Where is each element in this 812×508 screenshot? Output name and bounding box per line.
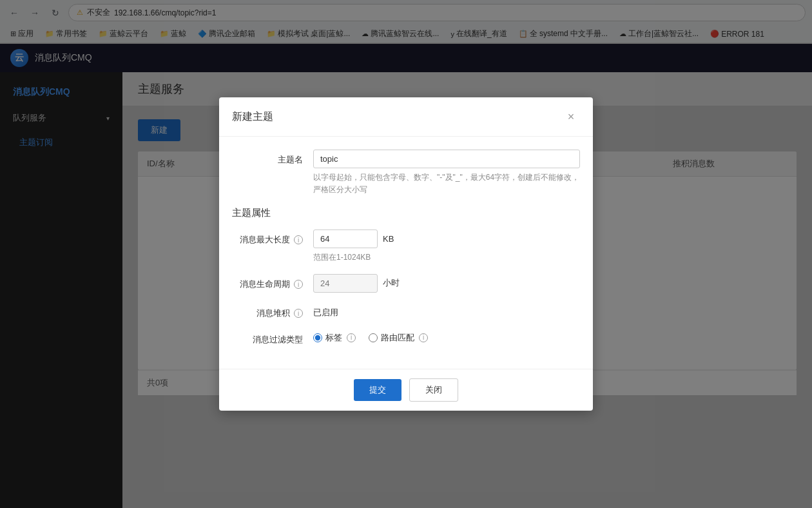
lifetime-content: 小时	[313, 274, 580, 293]
modal-overlay: 新建主题 × 主题名 以字母起始，只能包含字母、数字、"-"及"_"，最大64字…	[0, 0, 812, 508]
accumulate-value: 已启用	[313, 303, 580, 318]
modal-body: 主题名 以字母起始，只能包含字母、数字、"-"及"_"，最大64字符，创建后不能…	[219, 137, 593, 369]
accumulate-label: 消息堆积 i	[232, 303, 303, 319]
filter-tag-option[interactable]: 标签 i	[313, 332, 356, 344]
cancel-button[interactable]: 关闭	[409, 378, 458, 402]
modal-header: 新建主题 ×	[219, 97, 593, 137]
modal-title: 新建主题	[232, 110, 273, 124]
modal-footer: 提交 关闭	[219, 369, 593, 411]
modal-close-button[interactable]: ×	[562, 108, 580, 126]
filter-type-label: 消息过滤类型	[232, 329, 303, 346]
lifetime-row: 消息生命周期 i 小时	[232, 274, 580, 293]
filter-type-row: 消息过滤类型 标签 i 路由匹配 i	[232, 329, 580, 346]
accumulate-row: 消息堆积 i 已启用	[232, 303, 580, 319]
topic-name-content: 以字母起始，只能包含字母、数字、"-"及"_"，最大64字符，创建后不能修改，严…	[313, 150, 580, 196]
filter-tag-label: 标签	[325, 332, 342, 344]
topic-name-label: 主题名	[232, 150, 303, 166]
submit-button[interactable]: 提交	[354, 379, 401, 401]
filter-route-info-icon[interactable]: i	[419, 333, 428, 342]
topic-name-hint: 以字母起始，只能包含字母、数字、"-"及"_"，最大64字符，创建后不能修改，严…	[313, 171, 580, 196]
filter-route-option[interactable]: 路由匹配 i	[369, 332, 428, 344]
max-length-input-group: KB	[313, 230, 580, 248]
accumulate-info-icon[interactable]: i	[294, 309, 303, 318]
filter-tag-radio[interactable]	[313, 333, 322, 342]
accumulate-label-text: 消息堆积	[256, 308, 290, 318]
lifetime-label-text: 消息生命周期	[240, 279, 290, 289]
modal-dialog: 新建主题 × 主题名 以字母起始，只能包含字母、数字、"-"及"_"，最大64字…	[219, 97, 593, 411]
filter-route-radio[interactable]	[369, 333, 378, 342]
filter-route-label: 路由匹配	[381, 332, 414, 344]
max-length-content: KB 范围在1-1024KB	[313, 230, 580, 264]
lifetime-input[interactable]	[313, 274, 378, 293]
filter-tag-info-icon[interactable]: i	[347, 333, 356, 342]
filter-type-content: 标签 i 路由匹配 i	[313, 329, 580, 344]
max-length-label: 消息最大长度 i	[232, 230, 303, 246]
lifetime-input-group: 小时	[313, 274, 580, 293]
max-length-row: 消息最大长度 i KB 范围在1-1024KB	[232, 230, 580, 264]
lifetime-label: 消息生命周期 i	[232, 274, 303, 290]
max-length-hint: 范围在1-1024KB	[313, 251, 580, 264]
max-length-input[interactable]	[313, 230, 378, 248]
accumulate-content: 已启用	[313, 303, 580, 318]
max-length-info-icon[interactable]: i	[294, 235, 303, 244]
topic-name-row: 主题名 以字母起始，只能包含字母、数字、"-"及"_"，最大64字符，创建后不能…	[232, 150, 580, 196]
lifetime-unit: 小时	[383, 277, 400, 289]
topic-properties-title: 主题属性	[232, 207, 580, 219]
max-length-unit: KB	[383, 234, 394, 244]
max-length-label-text: 消息最大长度	[240, 235, 290, 244]
lifetime-info-icon[interactable]: i	[294, 280, 303, 289]
filter-type-radio-group: 标签 i 路由匹配 i	[313, 329, 580, 344]
topic-name-input[interactable]	[313, 150, 580, 168]
